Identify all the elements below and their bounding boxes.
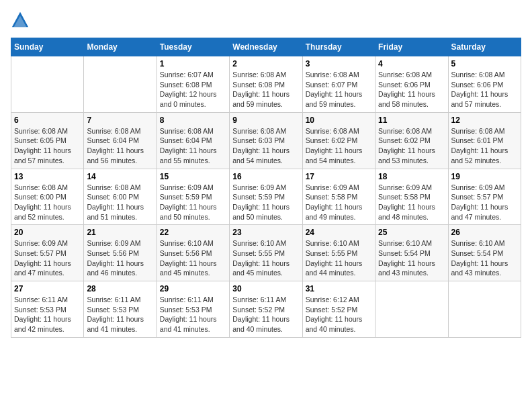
day-number: 6 — [14, 116, 81, 125]
day-number: 12 — [451, 116, 518, 125]
day-detail: Sunrise: 6:11 AM Sunset: 5:53 PM Dayligh… — [87, 295, 153, 334]
day-detail: Sunrise: 6:09 AM Sunset: 5:58 PM Dayligh… — [306, 183, 372, 222]
calendar-cell: 30Sunrise: 6:11 AM Sunset: 5:52 PM Dayli… — [230, 281, 302, 338]
day-detail: Sunrise: 6:10 AM Sunset: 5:56 PM Dayligh… — [160, 238, 226, 278]
day-number: 4 — [378, 59, 445, 68]
calendar-cell: 21Sunrise: 6:09 AM Sunset: 5:56 PM Dayli… — [84, 225, 157, 281]
day-detail: Sunrise: 6:08 AM Sunset: 6:03 PM Dayligh… — [232, 126, 299, 166]
day-detail: Sunrise: 6:08 AM Sunset: 6:00 PM Dayligh… — [87, 183, 153, 222]
calendar-cell: 24Sunrise: 6:10 AM Sunset: 5:55 PM Dayli… — [302, 225, 375, 281]
calendar-cell: 2Sunrise: 6:08 AM Sunset: 6:08 PM Daylig… — [230, 56, 302, 113]
day-number: 20 — [14, 228, 81, 237]
day-detail: Sunrise: 6:09 AM Sunset: 5:56 PM Dayligh… — [87, 238, 153, 278]
day-detail: Sunrise: 6:08 AM Sunset: 6:01 PM Dayligh… — [451, 126, 518, 166]
day-detail: Sunrise: 6:10 AM Sunset: 5:55 PM Dayligh… — [306, 238, 372, 278]
calendar-cell: 15Sunrise: 6:09 AM Sunset: 5:59 PM Dayli… — [157, 169, 229, 225]
calendar-week-3: 13Sunrise: 6:08 AM Sunset: 6:00 PM Dayli… — [11, 169, 521, 225]
calendar-cell: 11Sunrise: 6:08 AM Sunset: 6:02 PM Dayli… — [375, 112, 448, 169]
day-number: 13 — [14, 172, 81, 181]
day-number: 15 — [160, 172, 226, 181]
calendar-cell: 1Sunrise: 6:07 AM Sunset: 6:08 PM Daylig… — [157, 56, 229, 113]
calendar-cell — [448, 281, 521, 338]
day-of-week-tuesday: Tuesday — [157, 38, 229, 56]
day-of-week-monday: Monday — [84, 38, 157, 56]
day-of-week-sunday: Sunday — [11, 38, 84, 56]
logo — [11, 11, 32, 30]
calendar-cell: 13Sunrise: 6:08 AM Sunset: 6:00 PM Dayli… — [11, 169, 84, 225]
day-number: 9 — [232, 116, 299, 125]
day-number: 16 — [232, 172, 299, 181]
calendar-cell — [375, 281, 448, 338]
calendar-cell: 8Sunrise: 6:08 AM Sunset: 6:04 PM Daylig… — [157, 112, 229, 169]
calendar-cell: 27Sunrise: 6:11 AM Sunset: 5:53 PM Dayli… — [11, 281, 84, 338]
calendar-cell: 29Sunrise: 6:11 AM Sunset: 5:53 PM Dayli… — [157, 281, 229, 338]
day-number: 27 — [14, 284, 81, 293]
day-number: 2 — [232, 59, 299, 68]
calendar-week-2: 6Sunrise: 6:08 AM Sunset: 6:05 PM Daylig… — [11, 112, 521, 169]
calendar-cell: 23Sunrise: 6:10 AM Sunset: 5:55 PM Dayli… — [230, 225, 302, 281]
day-number: 10 — [306, 116, 372, 125]
day-detail: Sunrise: 6:09 AM Sunset: 5:57 PM Dayligh… — [451, 183, 518, 222]
day-detail: Sunrise: 6:11 AM Sunset: 5:53 PM Dayligh… — [14, 295, 81, 334]
day-number: 26 — [451, 228, 518, 237]
day-detail: Sunrise: 6:09 AM Sunset: 5:59 PM Dayligh… — [160, 183, 226, 222]
calendar-header: SundayMondayTuesdayWednesdayThursdayFrid… — [11, 38, 521, 56]
day-number: 18 — [378, 172, 445, 181]
calendar-cell: 26Sunrise: 6:10 AM Sunset: 5:54 PM Dayli… — [448, 225, 521, 281]
day-number: 30 — [232, 284, 299, 293]
calendar-cell — [11, 56, 84, 113]
day-number: 28 — [87, 284, 153, 293]
day-number: 11 — [378, 116, 445, 125]
day-detail: Sunrise: 6:09 AM Sunset: 5:58 PM Dayligh… — [378, 183, 445, 222]
day-detail: Sunrise: 6:10 AM Sunset: 5:55 PM Dayligh… — [232, 238, 299, 278]
day-number: 17 — [306, 172, 372, 181]
day-detail: Sunrise: 6:08 AM Sunset: 6:04 PM Dayligh… — [87, 126, 153, 166]
calendar-cell: 3Sunrise: 6:08 AM Sunset: 6:07 PM Daylig… — [302, 56, 375, 113]
calendar-cell: 17Sunrise: 6:09 AM Sunset: 5:58 PM Dayli… — [302, 169, 375, 225]
calendar-week-1: 1Sunrise: 6:07 AM Sunset: 6:08 PM Daylig… — [11, 56, 521, 113]
calendar-week-4: 20Sunrise: 6:09 AM Sunset: 5:57 PM Dayli… — [11, 225, 521, 281]
day-of-week-thursday: Thursday — [302, 38, 375, 56]
day-detail: Sunrise: 6:08 AM Sunset: 6:07 PM Dayligh… — [306, 70, 372, 109]
day-detail: Sunrise: 6:08 AM Sunset: 6:00 PM Dayligh… — [14, 183, 81, 222]
day-detail: Sunrise: 6:08 AM Sunset: 6:08 PM Dayligh… — [232, 70, 299, 109]
day-number: 3 — [306, 59, 372, 68]
day-number: 24 — [306, 228, 372, 237]
calendar-week-5: 27Sunrise: 6:11 AM Sunset: 5:53 PM Dayli… — [11, 281, 521, 338]
calendar-table: SundayMondayTuesdayWednesdayThursdayFrid… — [11, 38, 521, 338]
calendar-cell: 14Sunrise: 6:08 AM Sunset: 6:00 PM Dayli… — [84, 169, 157, 225]
calendar-cell: 19Sunrise: 6:09 AM Sunset: 5:57 PM Dayli… — [448, 169, 521, 225]
calendar-cell: 22Sunrise: 6:10 AM Sunset: 5:56 PM Dayli… — [157, 225, 229, 281]
page-header — [11, 11, 521, 30]
calendar-cell — [84, 56, 157, 113]
day-detail: Sunrise: 6:08 AM Sunset: 6:04 PM Dayligh… — [160, 126, 226, 166]
calendar-cell: 10Sunrise: 6:08 AM Sunset: 6:02 PM Dayli… — [302, 112, 375, 169]
day-detail: Sunrise: 6:11 AM Sunset: 5:53 PM Dayligh… — [160, 295, 226, 334]
calendar-cell: 28Sunrise: 6:11 AM Sunset: 5:53 PM Dayli… — [84, 281, 157, 338]
calendar-cell: 20Sunrise: 6:09 AM Sunset: 5:57 PM Dayli… — [11, 225, 84, 281]
day-detail: Sunrise: 6:09 AM Sunset: 5:57 PM Dayligh… — [14, 238, 81, 278]
calendar-cell: 16Sunrise: 6:09 AM Sunset: 5:59 PM Dayli… — [230, 169, 302, 225]
day-detail: Sunrise: 6:10 AM Sunset: 5:54 PM Dayligh… — [451, 238, 518, 278]
day-detail: Sunrise: 6:11 AM Sunset: 5:52 PM Dayligh… — [232, 295, 299, 334]
calendar-cell: 9Sunrise: 6:08 AM Sunset: 6:03 PM Daylig… — [230, 112, 302, 169]
calendar-cell: 25Sunrise: 6:10 AM Sunset: 5:54 PM Dayli… — [375, 225, 448, 281]
day-detail: Sunrise: 6:08 AM Sunset: 6:02 PM Dayligh… — [378, 126, 445, 166]
day-of-week-friday: Friday — [375, 38, 448, 56]
calendar-cell: 12Sunrise: 6:08 AM Sunset: 6:01 PM Dayli… — [448, 112, 521, 169]
day-of-week-wednesday: Wednesday — [230, 38, 302, 56]
day-number: 21 — [87, 228, 153, 237]
logo-icon — [11, 11, 30, 30]
day-number: 31 — [306, 284, 372, 293]
day-detail: Sunrise: 6:12 AM Sunset: 5:52 PM Dayligh… — [306, 295, 372, 334]
day-number: 14 — [87, 172, 153, 181]
day-number: 25 — [378, 228, 445, 237]
calendar-cell: 18Sunrise: 6:09 AM Sunset: 5:58 PM Dayli… — [375, 169, 448, 225]
day-detail: Sunrise: 6:08 AM Sunset: 6:06 PM Dayligh… — [378, 70, 445, 109]
day-number: 7 — [87, 116, 153, 125]
day-detail: Sunrise: 6:09 AM Sunset: 5:59 PM Dayligh… — [232, 183, 299, 222]
calendar-cell: 6Sunrise: 6:08 AM Sunset: 6:05 PM Daylig… — [11, 112, 84, 169]
day-number: 19 — [451, 172, 518, 181]
day-number: 1 — [160, 59, 226, 68]
day-number: 5 — [451, 59, 518, 68]
